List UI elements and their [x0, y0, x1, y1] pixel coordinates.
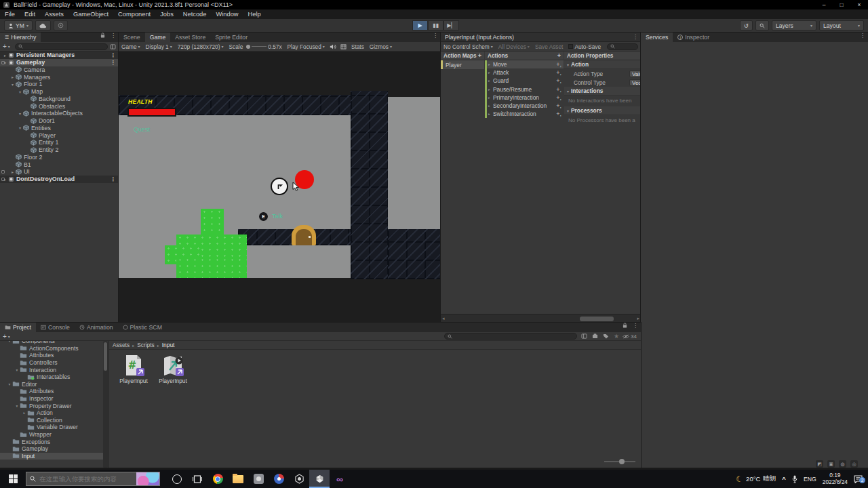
add-binding-button[interactable]: +,: [556, 61, 564, 68]
scrollbar-thumb[interactable]: [580, 317, 614, 321]
add-binding-button[interactable]: +,: [556, 77, 564, 84]
thumbnail-size-slider[interactable]: [604, 459, 635, 464]
project-tree-item[interactable]: Wrapper: [0, 431, 108, 439]
maximize-button[interactable]: □: [833, 1, 850, 8]
control-scheme-dropdown[interactable]: No Control Schem▾: [441, 43, 496, 50]
project-tree-item[interactable]: Attributes: [0, 352, 108, 359]
hierarchy-item[interactable]: Entity 2: [0, 146, 119, 154]
project-tree-item[interactable]: ▾Editor: [0, 381, 108, 388]
foldout-open-icon[interactable]: ▾: [7, 382, 12, 386]
hierarchy-item[interactable]: ▾Floor 1: [0, 81, 119, 88]
foldout-closed-icon[interactable]: ▸: [488, 96, 493, 100]
open-asset-icon[interactable]: [581, 333, 587, 339]
tab-services[interactable]: Services: [641, 33, 673, 42]
play-button[interactable]: ▶: [412, 20, 428, 30]
search-by-label-icon[interactable]: [603, 333, 609, 339]
project-tree-item[interactable]: ▾Property Drawer: [0, 402, 108, 409]
foldout-closed-icon[interactable]: ▸: [488, 112, 493, 116]
tab-scene[interactable]: Scene: [119, 33, 145, 42]
visual-studio-icon[interactable]: ∞: [330, 470, 350, 488]
hierarchy-search-input[interactable]: [15, 43, 108, 50]
hierarchy-item[interactable]: Door1: [0, 117, 119, 125]
tab-sprite-editor[interactable]: Sprite Editor: [210, 33, 252, 42]
tray-overlay-icon[interactable]: ◩: [816, 460, 823, 468]
scroll-left-icon[interactable]: ◂: [441, 316, 445, 321]
project-tree-item[interactable]: Controllers: [0, 359, 108, 367]
capture-grid-icon[interactable]: [338, 44, 349, 49]
layout-dropdown[interactable]: Layout▾: [819, 20, 864, 30]
menu-component[interactable]: Component: [113, 11, 155, 18]
tray-overlay-icon[interactable]: ▣: [827, 460, 835, 468]
foldout-open-icon[interactable]: ▾: [17, 125, 23, 130]
scale-slider[interactable]: Scale 0.57x: [226, 43, 285, 50]
hierarchy-options-icon[interactable]: ⋮: [108, 33, 119, 42]
row-options-icon[interactable]: ⋮: [108, 60, 119, 66]
close-button[interactable]: ×: [850, 1, 868, 8]
breadcrumb-item[interactable]: Input: [162, 342, 175, 348]
add-action-map-button[interactable]: +: [478, 52, 481, 59]
action-section-foldout[interactable]: ▾Action: [564, 60, 641, 69]
lock-icon[interactable]: [98, 33, 108, 42]
weather-widget[interactable]: ☾ 20°C 晴朗: [736, 474, 776, 484]
action-item[interactable]: ▸Guard+,: [485, 77, 564, 85]
language-indicator[interactable]: ENG: [804, 476, 816, 483]
microphone-icon[interactable]: [792, 475, 797, 483]
focus-mode-dropdown[interactable]: Play Focused▾: [285, 43, 328, 50]
project-tree-scrollbar[interactable]: [103, 341, 108, 468]
processors-foldout[interactable]: ▾Processors: [564, 106, 641, 115]
favorites-star-icon[interactable]: ★: [614, 333, 619, 340]
foldout-closed-icon[interactable]: ▸: [488, 79, 493, 83]
foldout-open-icon[interactable]: ▾: [17, 89, 23, 94]
clock[interactable]: 0:19 2022/8/24: [823, 472, 848, 485]
hierarchy-item[interactable]: ▸UI: [0, 168, 119, 176]
menu-window[interactable]: Window: [211, 11, 243, 18]
project-search-input[interactable]: [444, 333, 577, 340]
hierarchy-item[interactable]: ▾Gameplay⋮: [0, 59, 119, 66]
hierarchy-item[interactable]: ▸Persistent Managers⋮: [0, 52, 119, 59]
hierarchy-item[interactable]: ▸Managers: [0, 73, 119, 81]
foldout-closed-icon[interactable]: ▸: [22, 411, 27, 415]
tab-hierarchy[interactable]: ☰ Hierarchy: [0, 33, 41, 42]
hierarchy-item[interactable]: Obstacles: [0, 102, 119, 110]
scene-visibility-icon[interactable]: [1, 170, 5, 174]
scale-thumb[interactable]: [246, 45, 250, 49]
hierarchy-item[interactable]: B1: [0, 161, 119, 168]
mute-audio-icon[interactable]: [328, 44, 338, 49]
account-button[interactable]: YM▾: [4, 20, 33, 30]
tray-overlay-icon[interactable]: ◎: [850, 460, 858, 468]
add-binding-button[interactable]: +,: [556, 94, 564, 101]
save-asset-button[interactable]: Save Asset: [532, 43, 566, 50]
interactions-foldout[interactable]: ▾Interactions: [564, 87, 641, 96]
asset-item[interactable]: PlayerInput: [158, 354, 188, 384]
hierarchy-item[interactable]: Floor 2: [0, 154, 119, 161]
foldout-open-icon[interactable]: ▾: [17, 111, 23, 116]
menu-help[interactable]: Help: [243, 11, 266, 18]
project-add-button[interactable]: +▾: [0, 333, 13, 340]
tab-console[interactable]: Console: [36, 323, 75, 332]
hierarchy-item[interactable]: Background: [0, 96, 119, 103]
menu-assets[interactable]: Assets: [40, 11, 68, 18]
foldout-closed-icon[interactable]: ▸: [9, 75, 16, 79]
panel-options-icon[interactable]: ⋮: [857, 33, 868, 42]
slider-knob[interactable]: [619, 459, 625, 464]
cortana-icon[interactable]: [167, 470, 187, 488]
hierarchy-item[interactable]: ▸DontDestroyOnLoad⋮: [0, 176, 119, 183]
resolution-dropdown[interactable]: 720p (868x488)▾: [175, 43, 226, 50]
project-tree-item[interactable]: Gameplay: [0, 445, 108, 453]
project-tree-item[interactable]: Collection: [0, 417, 108, 424]
menu-gameobject[interactable]: GameObject: [68, 11, 113, 18]
hierarchy-item[interactable]: Entity 1: [0, 139, 119, 146]
step-button[interactable]: ▶▏: [443, 20, 459, 30]
lock-icon[interactable]: [620, 323, 630, 332]
asset-item[interactable]: # PlayerInput: [119, 354, 149, 384]
gameview-mode-dropdown[interactable]: Game▾: [119, 43, 143, 50]
breadcrumb-item[interactable]: Scripts: [137, 342, 155, 348]
devices-dropdown[interactable]: All Devices▾: [496, 43, 532, 50]
row-options-icon[interactable]: ⋮: [108, 176, 119, 182]
game-viewport[interactable]: HEALTH Quest E Talk: [119, 52, 441, 323]
foldout-closed-icon[interactable]: ▸: [488, 87, 493, 92]
foldout-closed-icon[interactable]: ▸: [9, 169, 16, 174]
action-item[interactable]: ▸PrimaryInteraction+,: [485, 94, 564, 102]
hierarchy-filter-icon[interactable]: [110, 44, 116, 49]
action-item[interactable]: ▸Pause/Resume+,: [485, 85, 564, 94]
